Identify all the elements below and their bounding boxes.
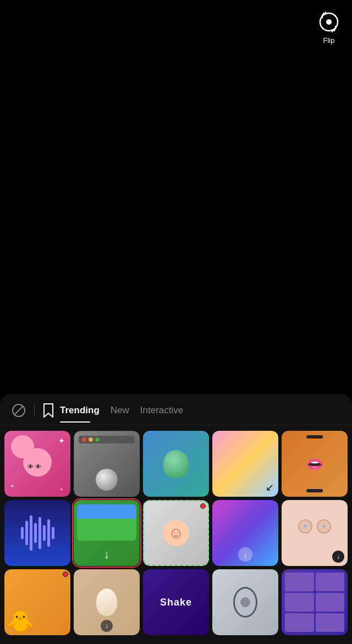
notif-dot-duck bbox=[63, 571, 68, 577]
filter-cute-face[interactable] bbox=[143, 500, 209, 566]
filter-photo-strip[interactable] bbox=[282, 569, 348, 635]
filter-sparkle-eye[interactable]: ↓ bbox=[282, 500, 348, 566]
tab-interactive[interactable]: Interactive bbox=[140, 405, 194, 423]
tab-bar: Trending New Interactive bbox=[0, 394, 352, 425]
bottom-panel: Trending New Interactive ✦ ✦ ✦ 👁 👁 bbox=[0, 394, 352, 644]
tab-trending[interactable]: Trending bbox=[60, 405, 111, 423]
filter-green-face[interactable] bbox=[143, 431, 209, 497]
no-filter-button[interactable] bbox=[11, 403, 32, 425]
svg-line-3 bbox=[14, 406, 23, 415]
filter-pink-doll[interactable]: ✦ ✦ ✦ 👁 👁 bbox=[4, 431, 70, 497]
filter-duck[interactable]: 🐥 bbox=[4, 569, 70, 635]
tab-divider bbox=[34, 404, 35, 417]
filter-grid: ✦ ✦ ✦ 👁 👁 bbox=[0, 425, 352, 639]
flip-label: Flip bbox=[323, 36, 335, 45]
filter-download[interactable]: ↓ bbox=[74, 500, 140, 566]
notif-dot-cute-face bbox=[200, 503, 206, 509]
filter-egg[interactable]: ↓ bbox=[74, 569, 140, 635]
tab-new[interactable]: New bbox=[111, 405, 140, 423]
flip-camera-button[interactable]: Flip bbox=[317, 10, 341, 45]
filter-faceid[interactable] bbox=[212, 569, 278, 635]
filter-lips[interactable]: 👄 bbox=[282, 431, 348, 497]
filter-sound-wave[interactable] bbox=[4, 500, 70, 566]
top-bar: Flip bbox=[0, 0, 352, 55]
filter-pastel[interactable]: ↙ bbox=[212, 431, 278, 497]
filter-shake[interactable]: Shake bbox=[143, 569, 209, 635]
saved-filters-button[interactable] bbox=[42, 403, 60, 425]
filter-silver-ball[interactable] bbox=[74, 431, 140, 497]
bookmark-icon bbox=[42, 403, 54, 418]
filter-gradient-blue[interactable]: ↓ bbox=[212, 500, 278, 566]
camera-viewfinder bbox=[0, 0, 352, 401]
flip-camera-icon bbox=[317, 10, 341, 34]
ban-icon bbox=[11, 403, 26, 418]
svg-point-1 bbox=[326, 19, 332, 25]
